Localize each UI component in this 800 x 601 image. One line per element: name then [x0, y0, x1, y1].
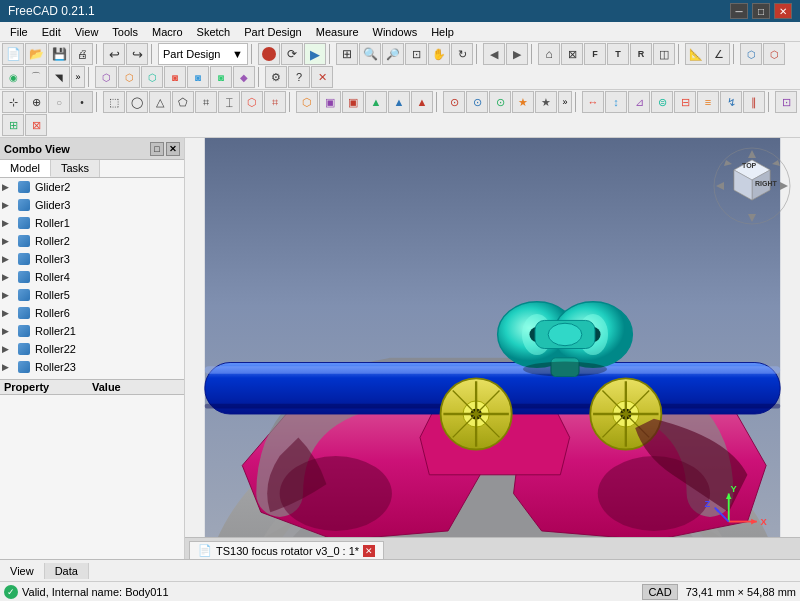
rotate-button[interactable]: ↻ [451, 43, 473, 65]
pd-pocket-button[interactable]: ⬡ [763, 43, 785, 65]
tb2-31[interactable]: ↯ [720, 91, 742, 113]
combo-close-button[interactable]: ✕ [166, 142, 180, 156]
tb2-25[interactable]: ↔ [582, 91, 604, 113]
tb2-7[interactable]: △ [149, 91, 171, 113]
menu-file[interactable]: File [4, 24, 34, 40]
tb2-5[interactable]: ⬚ [103, 91, 125, 113]
tb2-12[interactable]: ⌗ [264, 91, 286, 113]
tab-tasks[interactable]: Tasks [51, 160, 100, 177]
close-panel-button[interactable]: ✕ [311, 66, 333, 88]
part2-button[interactable]: ⬡ [118, 66, 140, 88]
play-button[interactable] [304, 43, 326, 65]
tb2-35[interactable]: ⊠ [25, 114, 47, 136]
tb2-32[interactable]: ∥ [743, 91, 765, 113]
pd-fillet-button[interactable]: ⌒ [25, 66, 47, 88]
tb2-18[interactable]: ▲ [411, 91, 433, 113]
tb2-34[interactable]: ⊞ [2, 114, 24, 136]
tree-item-glider3[interactable]: ▶ Glider3 [0, 196, 184, 214]
tab-model[interactable]: Model [0, 160, 51, 177]
tb2-29[interactable]: ⊟ [674, 91, 696, 113]
file-tab-close-button[interactable]: ✕ [363, 545, 375, 557]
file-tab[interactable]: 📄 TS130 focus rotator v3_0 : 1* ✕ [189, 541, 384, 559]
combo-float-button[interactable]: □ [150, 142, 164, 156]
tree-item-roller1[interactable]: ▶ Roller1 [0, 214, 184, 232]
tree-item-roller5[interactable]: ▶ Roller5 [0, 286, 184, 304]
part3-button[interactable]: ⬡ [141, 66, 163, 88]
stdview-right-button[interactable]: R [630, 43, 652, 65]
menu-measure[interactable]: Measure [310, 24, 365, 40]
tb2-20[interactable]: ⊙ [466, 91, 488, 113]
save-button[interactable]: 💾 [48, 43, 70, 65]
tb2-30[interactable]: ≡ [697, 91, 719, 113]
zoom-out-button[interactable]: 🔎 [382, 43, 404, 65]
part4-button[interactable]: ◙ [164, 66, 186, 88]
tb2-14[interactable]: ▣ [319, 91, 341, 113]
forward-button[interactable]: ▶ [506, 43, 528, 65]
settings-button[interactable]: ⚙ [265, 66, 287, 88]
tree-item-roller3[interactable]: ▶ Roller3 [0, 250, 184, 268]
print-button[interactable]: 🖨 [71, 43, 93, 65]
stdview-iso-button[interactable]: ◫ [653, 43, 675, 65]
tb2-17[interactable]: ▲ [388, 91, 410, 113]
menu-windows[interactable]: Windows [367, 24, 424, 40]
tab-data[interactable]: Data [45, 563, 89, 579]
viewport[interactable]: X Y Z [185, 138, 800, 559]
workbench-dropdown[interactable]: Part Design ▼ [158, 43, 248, 65]
tb2-9[interactable]: ⌗ [195, 91, 217, 113]
tb2-11[interactable]: ⬡ [241, 91, 263, 113]
refresh-button[interactable]: ⟳ [281, 43, 303, 65]
nav-cube[interactable]: TOP RIGHT [712, 146, 792, 226]
tb2-26[interactable]: ↕ [605, 91, 627, 113]
toolbar-more-button[interactable]: » [71, 66, 85, 88]
close-button[interactable]: ✕ [774, 3, 792, 19]
pd-pad-button[interactable]: ⬡ [740, 43, 762, 65]
tb2-8[interactable]: ⬠ [172, 91, 194, 113]
maximize-button[interactable]: □ [752, 3, 770, 19]
tb2-23[interactable]: ★ [535, 91, 557, 113]
pan-button[interactable]: ✋ [428, 43, 450, 65]
tree-item-roller22[interactable]: ▶ Roller22 [0, 340, 184, 358]
menu-view[interactable]: View [69, 24, 105, 40]
toolbar2-more-button[interactable]: » [558, 91, 572, 113]
open-button[interactable]: 📂 [25, 43, 47, 65]
tb2-3[interactable]: ○ [48, 91, 70, 113]
tb2-27[interactable]: ⊿ [628, 91, 650, 113]
zoom-area-button[interactable]: ⊡ [405, 43, 427, 65]
tb2-22[interactable]: ★ [512, 91, 534, 113]
undo-button[interactable]: ↩ [103, 43, 125, 65]
menu-tools[interactable]: Tools [106, 24, 144, 40]
view-all-button[interactable]: ⊠ [561, 43, 583, 65]
tree-item-roller4[interactable]: ▶ Roller4 [0, 268, 184, 286]
pd-revolution-button[interactable]: ◉ [2, 66, 24, 88]
tree-item-roller6[interactable]: ▶ Roller6 [0, 304, 184, 322]
stop-button[interactable] [258, 43, 280, 65]
tb2-15[interactable]: ▣ [342, 91, 364, 113]
tb2-33[interactable]: ⊡ [775, 91, 797, 113]
tb2-2[interactable]: ⊕ [25, 91, 47, 113]
part1-button[interactable]: ⬡ [95, 66, 117, 88]
tree-item-roller2[interactable]: ▶ Roller2 [0, 232, 184, 250]
tb2-13[interactable]: ⬡ [296, 91, 318, 113]
tree-item-glider2[interactable]: ▶ Glider2 [0, 178, 184, 196]
tb2-21[interactable]: ⊙ [489, 91, 511, 113]
back-button[interactable]: ◀ [483, 43, 505, 65]
pd-chamfer-button[interactable]: ◥ [48, 66, 70, 88]
tb2-16[interactable]: ▲ [365, 91, 387, 113]
stdview-top-button[interactable]: T [607, 43, 629, 65]
part5-button[interactable]: ◙ [187, 66, 209, 88]
tb2-28[interactable]: ⊜ [651, 91, 673, 113]
tb2-4[interactable]: • [71, 91, 93, 113]
tb2-10[interactable]: ⌶ [218, 91, 240, 113]
measure-angular-button[interactable]: ∠ [708, 43, 730, 65]
help-btn2[interactable]: ? [288, 66, 310, 88]
measure-linear-button[interactable]: 📐 [685, 43, 707, 65]
tab-view[interactable]: View [0, 563, 45, 579]
stdview-front-button[interactable]: F [584, 43, 606, 65]
view-home-button[interactable]: ⌂ [538, 43, 560, 65]
menu-macro[interactable]: Macro [146, 24, 189, 40]
new-button[interactable]: 📄 [2, 43, 24, 65]
zoom-fit-button[interactable]: ⊞ [336, 43, 358, 65]
tb2-6[interactable]: ◯ [126, 91, 148, 113]
menu-help[interactable]: Help [425, 24, 460, 40]
part6-button[interactable]: ◙ [210, 66, 232, 88]
